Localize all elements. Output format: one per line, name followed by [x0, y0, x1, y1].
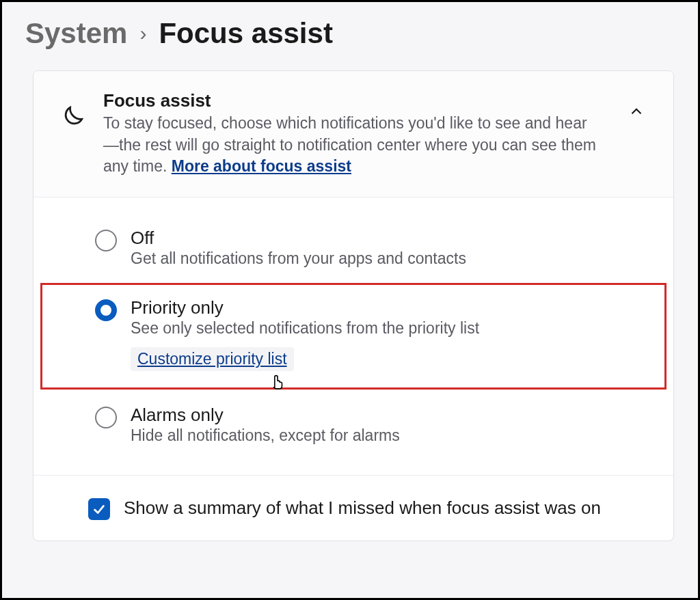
checkbox-summary[interactable]: [88, 498, 110, 520]
option-priority-title: Priority only: [131, 297, 644, 318]
moon-icon: [57, 90, 91, 135]
breadcrumb: System › Focus assist: [2, 2, 698, 62]
card-title: Focus assist: [103, 90, 597, 111]
chevron-up-icon[interactable]: [623, 90, 650, 120]
summary-label: Show a summary of what I missed when foc…: [124, 496, 601, 520]
chevron-right-icon: ›: [139, 22, 146, 45]
pointer-cursor-icon: [267, 370, 286, 390]
customize-priority-link[interactable]: Customize priority list: [131, 347, 294, 371]
radio-group: Off Get all notifications from your apps…: [33, 197, 673, 476]
option-priority-desc: See only selected notifications from the…: [131, 318, 644, 339]
focus-assist-card: Focus assist To stay focused, choose whi…: [33, 70, 674, 541]
page-title: Focus assist: [159, 17, 332, 50]
option-off-title: Off: [131, 228, 646, 249]
option-alarms-title: Alarms only: [131, 405, 646, 426]
radio-priority-only[interactable]: [95, 299, 117, 321]
radio-alarms-only[interactable]: [95, 407, 117, 428]
card-header[interactable]: Focus assist To stay focused, choose whi…: [33, 71, 673, 197]
option-priority-only[interactable]: Priority only See only selected notifica…: [40, 283, 667, 390]
more-about-link[interactable]: More about focus assist: [172, 157, 351, 175]
option-off-desc: Get all notifications from your apps and…: [131, 248, 646, 269]
option-alarms-only[interactable]: Alarms only Hide all notifications, exce…: [40, 395, 667, 454]
option-off[interactable]: Off Get all notifications from your apps…: [40, 218, 667, 277]
option-alarms-desc: Hide all notifications, except for alarm…: [131, 425, 646, 446]
radio-off[interactable]: [95, 230, 117, 251]
card-description: To stay focused, choose which notificati…: [103, 113, 597, 178]
breadcrumb-parent[interactable]: System: [25, 17, 127, 50]
summary-row[interactable]: Show a summary of what I missed when foc…: [33, 476, 673, 541]
